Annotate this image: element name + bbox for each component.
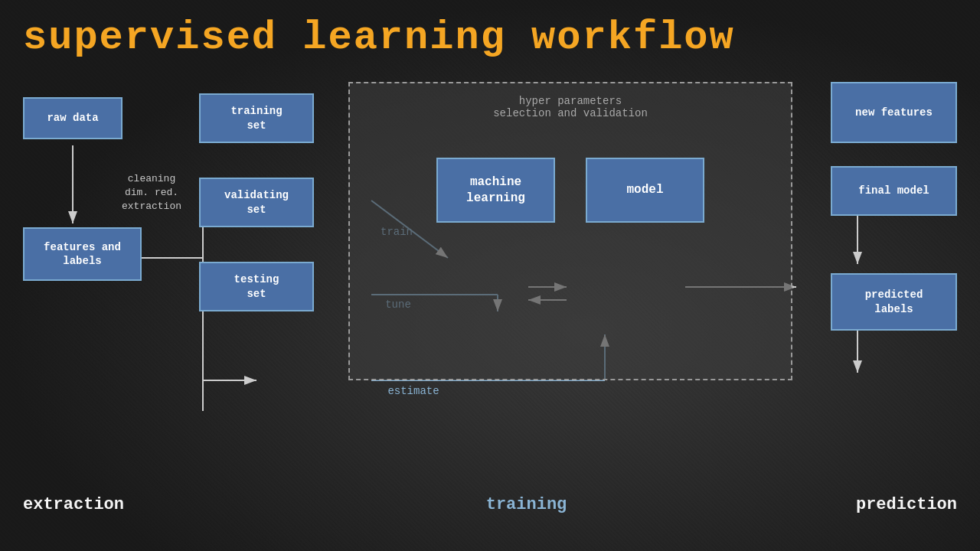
section-label-extraction: extraction xyxy=(23,495,124,518)
validating-set-box: validating set xyxy=(199,178,314,227)
section-training: training set validating set testing set … xyxy=(199,74,792,518)
final-model-box: final model xyxy=(831,166,957,216)
workflow-diagram: train tune estimate cleaning dim. red. e… xyxy=(23,74,957,518)
prediction-boxes: neW features final model predicted label… xyxy=(831,82,957,331)
page-title: supervised learning workflow xyxy=(23,15,957,60)
section-extraction: raw data Features and labels extraction xyxy=(23,74,191,518)
model-box: model xyxy=(586,158,704,223)
predicted-labels-box: predicted labels xyxy=(831,273,957,331)
new-features-box: neW features xyxy=(831,82,957,143)
hyper-params-label: hyper parameters selection and validatio… xyxy=(361,95,779,119)
section-prediction: neW features final model predicted label… xyxy=(804,74,957,518)
ml-model-row: machine learning model xyxy=(361,158,779,223)
raw-data-box: raw data xyxy=(23,97,122,139)
sets-column: training set validating set testing set xyxy=(199,93,314,311)
training-set-box: training set xyxy=(199,93,314,143)
hyper-params-container: hyper parameters selection and validatio… xyxy=(348,82,792,380)
testing-set-box: testing set xyxy=(199,262,314,311)
features-labels-box: Features and labels xyxy=(23,227,142,281)
machine-learning-box: machine learning xyxy=(436,158,555,223)
section-label-training: training xyxy=(199,495,792,518)
section-label-prediction: prediction xyxy=(856,495,957,518)
